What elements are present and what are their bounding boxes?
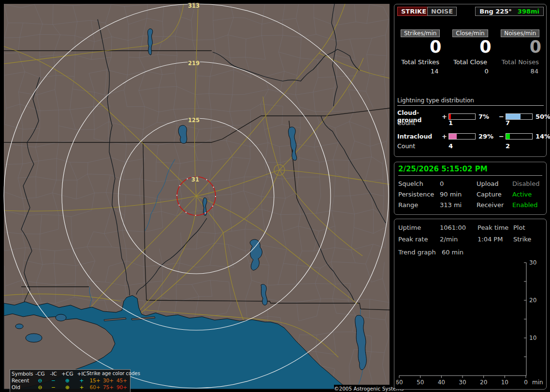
total-strikes-label: Total Strikes: [397, 58, 443, 66]
upload-label: Upload: [477, 180, 512, 187]
squelch-value: 0: [440, 180, 477, 187]
strike-button[interactable]: STRIKE: [397, 7, 430, 16]
svg-text:10: 10: [529, 335, 536, 341]
trend-graph-label-row: Trend graph 60 min: [398, 249, 542, 256]
svg-text:20: 20: [529, 297, 536, 304]
total-noises-value: 84: [497, 68, 543, 75]
close-per-min-value: 0: [447, 38, 493, 56]
age-45: 45+: [115, 377, 129, 384]
ic-plus-bar: [449, 133, 476, 140]
peak-time-value: 1:04 PM: [478, 236, 513, 243]
cg-plus-count: 1: [449, 119, 477, 126]
total-strikes-value: 14: [397, 68, 443, 75]
count-label: Count: [397, 142, 442, 150]
neg-cg-symbol-icon: ⊖: [33, 384, 47, 391]
strikes-per-min-chip[interactable]: Strikes/min: [401, 29, 440, 37]
copyright-notice: ©2005 Astrogenic Systems: [334, 385, 393, 392]
ic-plus-count: 4: [449, 142, 477, 150]
cg-plus-bar: [449, 113, 476, 120]
total-noises-label: Total Noises: [497, 58, 543, 66]
ring-label-125: 125: [188, 117, 200, 124]
noises-per-min-chip[interactable]: Noises/min: [501, 29, 539, 37]
total-close-label: Total Close: [447, 58, 493, 66]
svg-text:10: 10: [501, 379, 508, 386]
trend-panel: Uptime 1061:00 Peak time Plot Peak rate …: [394, 219, 547, 390]
legend-col-pcg: +CG: [60, 370, 75, 377]
legend-age-header: Strike age color codes: [87, 370, 127, 377]
total-close-value: 0: [447, 68, 493, 75]
intracloud-label: Intracloud: [397, 133, 442, 140]
lightning-map[interactable]: 313 219 125 31 Symbols -CG -IC +CG +IC S…: [4, 4, 390, 389]
cg-minus-count: 7: [506, 119, 534, 126]
clock-timestamp: 2/25/2026 5:15:02 PM: [398, 165, 542, 176]
cloud-ground-count-row: Count 1 7: [397, 119, 544, 126]
ic-minus-bar: [506, 133, 533, 140]
system-status-panel: 2/25/2026 5:15:02 PM Squelch 0 Upload Di…: [394, 162, 547, 215]
receiver-status: Enabled: [512, 201, 542, 209]
legend-row-old-label: Old: [12, 384, 33, 391]
svg-text:40: 40: [438, 379, 445, 386]
uptime-label: Uptime: [398, 224, 440, 231]
neg-cg-symbol-icon: ⊖: [33, 377, 47, 384]
noises-per-min-column: Noises/min 0 Total Noises 84: [497, 29, 543, 75]
noise-button[interactable]: NOISE: [427, 7, 457, 16]
pos-cg-symbol-icon: ⊕: [60, 384, 75, 391]
svg-text:30: 30: [459, 379, 466, 386]
cloud-ground-row: Cloud-ground + 7% − 50%: [397, 109, 544, 117]
intracloud-row: Intracloud + 29% − 14%: [397, 132, 544, 140]
capture-status: Active: [512, 191, 542, 198]
ring-label-313: 313: [188, 2, 200, 9]
legend-row-recent-label: Recent: [12, 377, 33, 384]
trend-graph: 3020106050403020100min: [396, 257, 545, 388]
minus-sign: −: [499, 133, 506, 140]
rate-counters: Strikes/min 0 Total Strikes 14 Close/min…: [397, 29, 543, 75]
age-60: 60+: [88, 384, 101, 391]
bearing-distance: 398mi: [518, 8, 539, 15]
uptime-value: 1061:00: [440, 224, 478, 231]
age-15: 15+: [88, 377, 101, 384]
neg-ic-symbol-icon: −: [47, 377, 60, 384]
lightning-distribution: Lightning type distribution Cloud-ground…: [397, 97, 544, 155]
range-value: 313 mi: [440, 201, 477, 209]
persistence-label: Persistence: [398, 191, 440, 198]
legend-symbols-header: Symbols: [12, 370, 33, 377]
legend-col-nic: -IC: [47, 370, 60, 377]
trend-graph-label: Trend graph: [398, 249, 436, 256]
ring-label-219: 219: [188, 60, 200, 67]
close-per-min-column: Close/min 0 Total Close 0: [447, 29, 493, 75]
ic-minus-pct: 14%: [534, 133, 550, 140]
pos-cg-symbol-icon: ⊕: [60, 377, 75, 384]
plot-label: Plot: [513, 224, 542, 231]
capture-label: Capture: [477, 191, 512, 198]
peak-rate-label: Peak rate: [398, 236, 440, 243]
upload-status: Disabled: [512, 180, 542, 187]
squelch-label: Squelch: [398, 180, 440, 187]
pos-ic-symbol-icon: +: [75, 377, 88, 384]
bearing-value: Bng 225°: [479, 8, 512, 15]
trend-window-value: 60 min: [442, 249, 463, 256]
plot-mode-value: Strike: [513, 236, 542, 243]
strikes-per-min-value: 0: [397, 38, 443, 56]
status-grid: Squelch 0 Upload Disabled Persistence 90…: [398, 180, 542, 209]
distribution-title: Lightning type distribution: [397, 97, 544, 106]
plus-sign: +: [442, 133, 449, 140]
pos-ic-symbol-icon: +: [75, 384, 88, 391]
count-label: Count: [397, 119, 442, 126]
neg-ic-symbol-icon: −: [47, 384, 60, 391]
receiver-label: Receiver: [477, 201, 512, 209]
svg-text:20: 20: [480, 379, 487, 386]
close-per-min-chip[interactable]: Close/min: [452, 29, 488, 37]
range-label: Range: [398, 201, 440, 209]
peak-rate-value: 2/min: [440, 236, 478, 243]
noises-per-min-value: 0: [497, 38, 543, 56]
svg-text:min: min: [532, 379, 543, 386]
age-75: 75+: [101, 384, 115, 391]
svg-text:0: 0: [524, 379, 528, 386]
legend-col-ncg: -CG: [33, 370, 47, 377]
svg-text:50: 50: [417, 379, 424, 386]
uptime-grid: Uptime 1061:00 Peak time Plot Peak rate …: [398, 224, 542, 243]
age-90: 90+: [115, 384, 129, 391]
bearing-readout: Bng 225°398mi: [475, 7, 544, 16]
map-canvas: 313 219 125 31: [4, 4, 390, 389]
svg-text:60: 60: [396, 379, 403, 386]
